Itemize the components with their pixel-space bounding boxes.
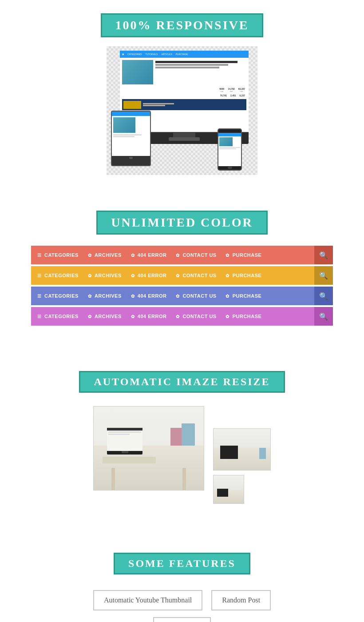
contact-icon-pink: ✿ bbox=[174, 313, 181, 319]
nav-contact-label-blue: CONTACT US bbox=[182, 293, 216, 299]
menu-icon-pink: ☰ bbox=[36, 313, 43, 319]
feature-youtube-thumbnail[interactable]: Automatic Youtube Thumbnail bbox=[93, 590, 202, 610]
nav-404-label-yellow: 404 ERROR bbox=[138, 273, 167, 278]
search-icon-yellow: 🔍 bbox=[319, 271, 328, 280]
book-1 bbox=[182, 423, 195, 446]
nav-archives-red[interactable]: ✿ ARCHIVES bbox=[87, 252, 122, 258]
archive-icon-pink: ✿ bbox=[87, 313, 93, 319]
error-icon-red: ✿ bbox=[130, 252, 136, 258]
features-badge-text: Some Features bbox=[128, 558, 236, 569]
features-row-2: Seo Friendly bbox=[153, 617, 211, 622]
nav-categories-red[interactable]: ☰ CATEGORIES bbox=[36, 252, 79, 258]
contact-icon-red: ✿ bbox=[174, 252, 181, 258]
archive-icon-yellow: ✿ bbox=[87, 272, 93, 279]
nav-purchase-red[interactable]: ✿ PURCHASE bbox=[225, 252, 262, 258]
nav-bar-yellow: ☰ CATEGORIES ✿ ARCHIVES ✿ 404 ERROR ✿ CO… bbox=[31, 266, 333, 285]
nav-categories-label-yellow: CATEGORIES bbox=[44, 273, 79, 278]
nav-bar-pink: ☰ CATEGORIES ✿ ARCHIVES ✿ 404 ERROR ✿ CO… bbox=[31, 307, 333, 326]
image-resize-badge: Automatic IMAZE Resize bbox=[79, 371, 285, 393]
nav-purchase-label-yellow: PURCHASE bbox=[233, 273, 262, 278]
purchase-icon-pink: ✿ bbox=[225, 313, 231, 319]
feature-random-post[interactable]: Random Post bbox=[211, 590, 271, 610]
contact-icon-blue: ✿ bbox=[174, 293, 181, 299]
img-medium bbox=[213, 428, 271, 470]
nav-contact-blue[interactable]: ✿ CONTACT US bbox=[174, 293, 216, 299]
nav-archives-label-blue: ARCHIVES bbox=[95, 293, 122, 299]
nav-purchase-yellow[interactable]: ✿ PURCHASE bbox=[225, 272, 262, 279]
img-large bbox=[93, 406, 204, 490]
search-btn-red[interactable]: 🔍 bbox=[314, 246, 333, 264]
nav-archives-yellow[interactable]: ✿ ARCHIVES bbox=[87, 272, 122, 279]
img-small bbox=[213, 475, 244, 504]
nav-categories-label-red: CATEGORIES bbox=[44, 252, 79, 258]
purchase-icon-red: ✿ bbox=[225, 252, 231, 258]
desk-monitor bbox=[107, 428, 142, 455]
nav-purchase-label-pink: PURCHASE bbox=[233, 314, 262, 319]
nav-categories-pink[interactable]: ☰ CATEGORIES bbox=[36, 313, 79, 319]
features-grid: Automatic Youtube Thumbnail Random Post … bbox=[9, 590, 355, 622]
nav-404-label-red: 404 ERROR bbox=[138, 252, 167, 258]
divider-1 bbox=[0, 184, 364, 197]
section-responsive: 100% Responsive ⊞ CATEGORIES TUTORIALS A… bbox=[0, 0, 364, 184]
purchase-icon-blue: ✿ bbox=[225, 293, 231, 299]
archive-icon-red: ✿ bbox=[87, 252, 93, 258]
nav-categories-blue[interactable]: ☰ CATEGORIES bbox=[36, 293, 79, 299]
nav-contact-label-red: CONTACT US bbox=[182, 252, 216, 258]
section-image-resize: Automatic IMAZE Resize bbox=[0, 349, 364, 517]
archive-icon-blue: ✿ bbox=[87, 293, 93, 299]
nav-categories-label-pink: CATEGORIES bbox=[44, 314, 79, 319]
page-wrapper: 100% Responsive ⊞ CATEGORIES TUTORIALS A… bbox=[0, 0, 364, 622]
nav-purchase-label-red: PURCHASE bbox=[233, 252, 262, 258]
divider-3 bbox=[0, 517, 364, 530]
nav-contact-label-yellow: CONTACT US bbox=[182, 273, 216, 278]
nav-bar-blue: ☰ CATEGORIES ✿ ARCHIVES ✿ 404 ERROR ✿ CO… bbox=[31, 287, 333, 305]
nav-archives-pink[interactable]: ✿ ARCHIVES bbox=[87, 313, 122, 319]
color-bars-container: ☰ CATEGORIES ✿ ARCHIVES ✿ 404 ERROR ✿ CO… bbox=[31, 246, 333, 327]
nav-contact-yellow[interactable]: ✿ CONTACT US bbox=[174, 272, 216, 279]
nav-contact-pink[interactable]: ✿ CONTACT US bbox=[174, 313, 216, 319]
chair-leg-1 bbox=[111, 468, 115, 490]
responsive-badge-text: 100% Responsive bbox=[115, 18, 249, 32]
nav-archives-label-yellow: ARCHIVES bbox=[95, 273, 122, 278]
phone-mockup bbox=[218, 128, 242, 171]
feature-seo-friendly[interactable]: Seo Friendly bbox=[153, 617, 211, 622]
desk-scene bbox=[94, 407, 204, 490]
nav-categories-yellow[interactable]: ☰ CATEGORIES bbox=[36, 272, 79, 279]
random-post-label: Random Post bbox=[222, 596, 260, 604]
image-resize-demo bbox=[93, 406, 271, 504]
nav-404-red[interactable]: ✿ 404 ERROR bbox=[130, 252, 167, 258]
image-resize-text: Automatic IMAZE Resize bbox=[94, 376, 270, 387]
tablet-mockup bbox=[111, 111, 151, 166]
divider-2 bbox=[0, 335, 364, 349]
search-icon-red: 🔍 bbox=[319, 251, 328, 259]
book-2 bbox=[170, 428, 182, 446]
img-thumbnails bbox=[213, 428, 271, 504]
nav-purchase-pink[interactable]: ✿ PURCHASE bbox=[225, 313, 262, 319]
nav-404-yellow[interactable]: ✿ 404 ERROR bbox=[130, 272, 167, 279]
nav-bar-red: ☰ CATEGORIES ✿ ARCHIVES ✿ 404 ERROR ✿ CO… bbox=[31, 246, 333, 264]
device-mockup: ⊞ CATEGORIES TUTORIALS ARTICLES PURCHASE bbox=[107, 46, 257, 175]
nav-archives-label-pink: ARCHIVES bbox=[95, 314, 122, 319]
youtube-thumbnail-label: Automatic Youtube Thumbnail bbox=[104, 596, 192, 604]
nav-404-blue[interactable]: ✿ 404 ERROR bbox=[130, 293, 167, 299]
nav-archives-blue[interactable]: ✿ ARCHIVES bbox=[87, 293, 122, 299]
chair-leg-2 bbox=[182, 468, 186, 490]
search-btn-blue[interactable]: 🔍 bbox=[314, 287, 333, 305]
search-btn-yellow[interactable]: 🔍 bbox=[314, 266, 333, 285]
nav-purchase-blue[interactable]: ✿ PURCHASE bbox=[225, 293, 262, 299]
unlimited-color-badge: Unlimited Color bbox=[96, 211, 268, 235]
responsive-badge: 100% Responsive bbox=[101, 13, 264, 37]
nav-contact-red[interactable]: ✿ CONTACT US bbox=[174, 252, 216, 258]
menu-icon-blue: ☰ bbox=[36, 293, 43, 299]
features-row-1: Automatic Youtube Thumbnail Random Post bbox=[93, 590, 271, 610]
search-icon-blue: 🔍 bbox=[319, 292, 328, 300]
nav-archives-label-red: ARCHIVES bbox=[95, 252, 122, 258]
menu-icon-yellow: ☰ bbox=[36, 272, 43, 279]
nav-contact-label-pink: CONTACT US bbox=[182, 314, 216, 319]
purchase-icon-yellow: ✿ bbox=[225, 272, 231, 279]
keyboard bbox=[103, 457, 156, 463]
nav-404-pink[interactable]: ✿ 404 ERROR bbox=[130, 313, 167, 319]
nav-categories-label-blue: CATEGORIES bbox=[44, 293, 79, 299]
search-btn-pink[interactable]: 🔍 bbox=[314, 307, 333, 326]
error-icon-pink: ✿ bbox=[130, 313, 136, 319]
